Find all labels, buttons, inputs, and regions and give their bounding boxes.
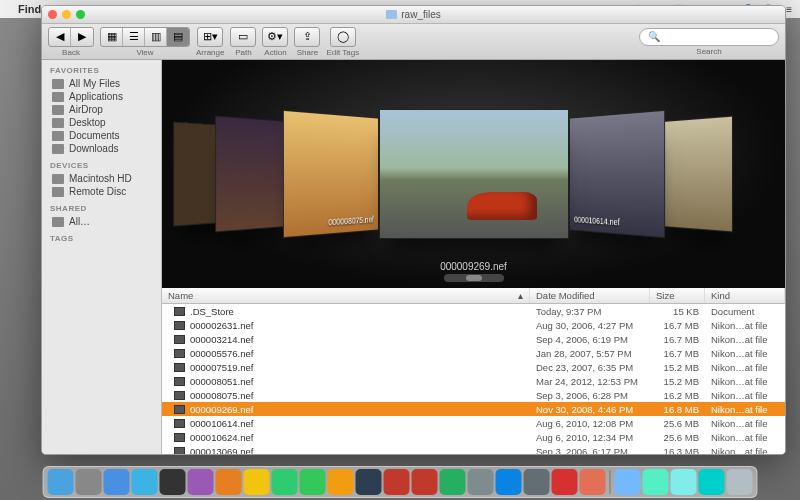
table-row[interactable]: 000010614.nefAug 6, 2010, 12:08 PM25.6 M… — [162, 416, 785, 430]
sidebar-item-icon — [52, 174, 64, 184]
file-kind: Nikon…at file — [705, 374, 785, 389]
column-header-date[interactable]: Date Modified — [530, 288, 650, 303]
dock-icon-calendar[interactable] — [580, 469, 606, 495]
dock-icon-folder2[interactable] — [671, 469, 697, 495]
dock-icon-appstore[interactable] — [496, 469, 522, 495]
sidebar-item[interactable]: Remote Disc — [42, 185, 161, 198]
dock-icon-illustrator[interactable] — [328, 469, 354, 495]
arrange-button[interactable]: ⊞▾ — [197, 27, 223, 47]
sidebar-item[interactable]: Desktop — [42, 116, 161, 129]
dock-icon-trash[interactable] — [727, 469, 753, 495]
dock-icon-cloud[interactable] — [615, 469, 641, 495]
edit-tags-button[interactable]: ◯ — [330, 27, 356, 47]
file-icon — [174, 349, 185, 358]
file-icon — [174, 419, 185, 428]
coverflow-center-caption: 000009269.nef — [162, 261, 785, 272]
action-button[interactable]: ⚙▾ — [262, 27, 288, 47]
sidebar-item-icon — [52, 79, 64, 89]
window-close-button[interactable] — [48, 10, 57, 19]
back-forward-buttons[interactable]: ◀ ▶ — [48, 27, 94, 47]
table-row[interactable]: 000008075.nefSep 3, 2006, 6:28 PM16.2 MB… — [162, 388, 785, 402]
coverflow-item[interactable]: 000010614.nef — [569, 110, 665, 238]
file-icon — [174, 307, 185, 316]
file-kind: Nikon…at file — [705, 430, 785, 445]
sidebar-item[interactable]: Macintosh HD — [42, 172, 161, 185]
coverflow-center-item[interactable] — [379, 109, 569, 239]
table-row[interactable]: 000008051.nefMar 24, 2012, 12:53 PM15.2 … — [162, 374, 785, 388]
file-size: 16.7 MB — [650, 332, 705, 347]
dock-icon-reader[interactable] — [412, 469, 438, 495]
dock-icon-maps[interactable] — [300, 469, 326, 495]
file-icon — [174, 433, 185, 442]
table-row[interactable]: 000013069.nefSep 3, 2006, 6:17 PM16.3 MB… — [162, 444, 785, 454]
notification-center-icon[interactable]: ≡ — [786, 4, 792, 15]
list-view-button[interactable]: ☰ — [123, 28, 145, 46]
dock-icon-folder1[interactable] — [643, 469, 669, 495]
dock-icon-reminders[interactable] — [216, 469, 242, 495]
view-switcher[interactable]: ▦ ☰ ▥ ▤ — [100, 27, 190, 47]
coverflow-area[interactable]: 000008075.nef 000010614.nef 000009269.ne… — [162, 60, 785, 288]
sidebar-item-label: Desktop — [69, 117, 106, 128]
file-name: 000003214.nef — [190, 334, 253, 345]
dock-icon-btt[interactable] — [468, 469, 494, 495]
sidebar-item[interactable]: Applications — [42, 90, 161, 103]
window-zoom-button[interactable] — [76, 10, 85, 19]
column-header-name[interactable]: Name ▴ — [162, 288, 530, 303]
sidebar-item-label: Documents — [69, 130, 120, 141]
table-row[interactable]: 000003214.nefSep 4, 2006, 6:19 PM16.7 MB… — [162, 332, 785, 346]
dock-icon-mail[interactable] — [132, 469, 158, 495]
sidebar-item[interactable]: Documents — [42, 129, 161, 142]
coverflow-view-button[interactable]: ▤ — [167, 28, 189, 46]
column-header-kind[interactable]: Kind — [705, 288, 785, 303]
table-row[interactable]: 000010624.nefAug 6, 2010, 12:34 PM25.6 M… — [162, 430, 785, 444]
coverflow-item[interactable]: 000008075.nef — [282, 110, 378, 238]
file-name: .DS_Store — [190, 306, 234, 317]
file-size: 16.8 MB — [650, 402, 705, 417]
column-header-size[interactable]: Size — [650, 288, 705, 303]
dock-icon-photoshop[interactable] — [356, 469, 382, 495]
dock-icon-terminal[interactable] — [160, 469, 186, 495]
dock-icon-messages[interactable] — [272, 469, 298, 495]
dock-icon-indesign[interactable] — [384, 469, 410, 495]
dock-icon-preview[interactable] — [188, 469, 214, 495]
dock-icon-finder[interactable] — [48, 469, 74, 495]
file-date: Aug 30, 2006, 4:27 PM — [530, 318, 650, 333]
file-name: 000009269.nef — [190, 404, 253, 415]
file-name: 000002631.nef — [190, 320, 253, 331]
icon-view-button[interactable]: ▦ — [101, 28, 123, 46]
dock-icon-downloads[interactable] — [699, 469, 725, 495]
table-row[interactable]: .DS_StoreToday, 9:37 PM15 KBDocument — [162, 304, 785, 318]
column-view-button[interactable]: ▥ — [145, 28, 167, 46]
titlebar[interactable]: raw_files — [42, 6, 785, 24]
sidebar-item[interactable]: Downloads — [42, 142, 161, 155]
sidebar-section-title: DEVICES — [42, 159, 161, 172]
dock-icon-safari[interactable] — [104, 469, 130, 495]
file-date: Today, 9:37 PM — [530, 304, 650, 319]
share-button[interactable]: ⇪ — [294, 27, 320, 47]
file-icon — [174, 447, 185, 455]
file-size: 25.6 MB — [650, 430, 705, 445]
dock-icon-parallels[interactable] — [552, 469, 578, 495]
table-row[interactable]: 000009269.nefNov 30, 2008, 4:46 PM16.8 M… — [162, 402, 785, 416]
dock-icon-launchpad[interactable] — [76, 469, 102, 495]
file-kind: Nikon…at file — [705, 318, 785, 333]
table-row[interactable]: 000005576.nefJan 28, 2007, 5:57 PM16.7 M… — [162, 346, 785, 360]
dock-icon-systemprefs[interactable] — [524, 469, 550, 495]
window-minimize-button[interactable] — [62, 10, 71, 19]
sidebar-item[interactable]: All My Files — [42, 77, 161, 90]
table-row[interactable]: 000007519.nefDec 23, 2007, 6:35 PM15.2 M… — [162, 360, 785, 374]
search-field[interactable]: 🔍 — [639, 28, 779, 46]
back-button[interactable]: ◀ — [49, 28, 71, 46]
table-row[interactable]: 000002631.nefAug 30, 2006, 4:27 PM16.7 M… — [162, 318, 785, 332]
coverflow-scrollbar[interactable] — [444, 274, 504, 282]
sidebar-item[interactable]: AirDrop — [42, 103, 161, 116]
file-icon — [174, 377, 185, 386]
sidebar-item-icon — [52, 217, 64, 227]
sidebar-item[interactable]: All… — [42, 215, 161, 228]
file-date: Aug 6, 2010, 12:34 PM — [530, 430, 650, 445]
forward-button[interactable]: ▶ — [71, 28, 93, 46]
file-date: Mar 24, 2012, 12:53 PM — [530, 374, 650, 389]
dock-icon-numbers[interactable] — [440, 469, 466, 495]
dock-icon-notes[interactable] — [244, 469, 270, 495]
path-button[interactable]: ▭ — [230, 27, 256, 47]
